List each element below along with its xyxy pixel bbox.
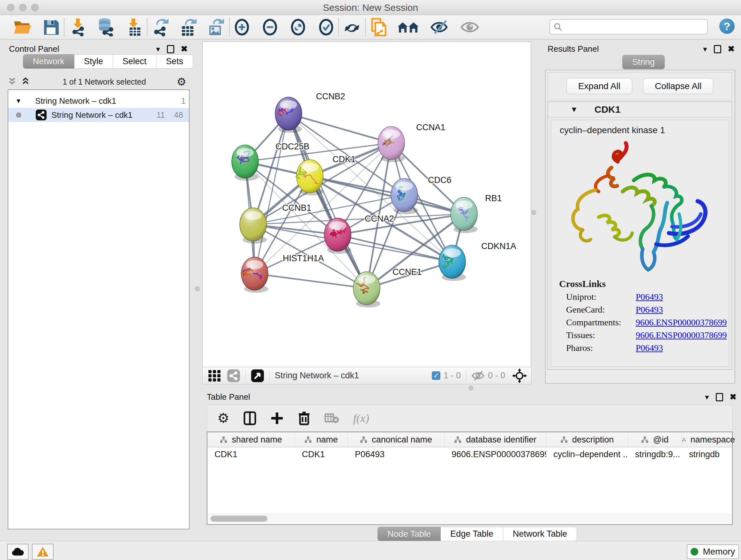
export-table-icon[interactable]	[179, 18, 197, 37]
crosslinks-list: Uniprot:P06493GeneCard:P06493Compartment…	[551, 292, 729, 353]
column-header-database-identifier[interactable]: database identifier	[445, 432, 546, 447]
crosslink-link[interactable]: P06493	[636, 305, 663, 315]
warnings-button[interactable]	[32, 544, 54, 560]
save-session-icon[interactable]	[43, 18, 59, 37]
left-splitter-handle[interactable]	[195, 287, 200, 291]
node-CDC25B[interactable]	[232, 145, 259, 181]
column-header-shared-name[interactable]: shared name	[207, 432, 295, 447]
tab-style[interactable]: Style	[74, 54, 113, 69]
zoom-selected-icon[interactable]	[319, 18, 334, 37]
network-canvas[interactable]: CCNB2CCNA1CDC25BCDK1CDC6RB1CCNB1CCNA2CDK…	[202, 42, 531, 367]
tree-expander-icon[interactable]: ▼	[15, 98, 23, 105]
import-table-from-file-icon[interactable]	[125, 18, 142, 37]
delete-column-icon[interactable]	[298, 411, 311, 426]
tab-network[interactable]: Network	[23, 54, 74, 69]
zoom-in-icon[interactable]	[234, 18, 250, 37]
network-row-selected[interactable]: String Network – cdk1 11 48	[8, 108, 189, 122]
open-file-icon[interactable]	[13, 18, 32, 37]
node-CCNB1[interactable]	[240, 208, 267, 244]
node-label-CCNA2: CCNA2	[365, 214, 394, 224]
memory-button[interactable]: Memory	[687, 544, 739, 559]
panel-menu-icon[interactable]: ▾	[703, 45, 707, 54]
node-HIST1H1A[interactable]	[241, 257, 268, 293]
grid-view-icon[interactable]	[208, 369, 222, 382]
table-options-gear-icon[interactable]: ⚙	[217, 412, 229, 425]
node-CCNE1[interactable]	[353, 272, 381, 307]
expand-all-icon[interactable]	[21, 77, 32, 86]
panel-float-icon[interactable]	[714, 45, 721, 53]
panel-close-icon[interactable]: ✖	[728, 44, 735, 54]
zoom-fit-icon[interactable]	[290, 18, 306, 37]
network-options-gear-icon[interactable]: ⚙	[177, 76, 186, 87]
collapse-all-icon[interactable]	[8, 77, 18, 86]
crosslink-link[interactable]: 9606.ENSP00000378699	[636, 317, 727, 327]
network-view-icon[interactable]	[227, 369, 240, 382]
crosslink-link[interactable]: P06493	[636, 292, 663, 302]
node-CCNA2[interactable]	[324, 218, 351, 254]
panel-float-icon[interactable]	[716, 393, 723, 401]
column-header-canonical-name[interactable]: canonical name	[348, 432, 445, 447]
crosslink-label: Uniprot:	[566, 292, 636, 302]
selected-checkbox-icon[interactable]: ✓	[432, 371, 441, 380]
node-label-CCNB1: CCNB1	[282, 203, 312, 212]
panel-float-icon[interactable]	[167, 45, 174, 53]
right-splitter-handle[interactable]	[531, 210, 536, 215]
show-columns-icon[interactable]	[244, 411, 256, 425]
import-network-from-file-icon[interactable]	[69, 18, 87, 37]
column-header-id[interactable]: @id	[628, 432, 682, 447]
node-CDC6[interactable]	[391, 179, 418, 214]
edge-CCNB2-HIST1H1A[interactable]	[255, 114, 288, 273]
crosslink-link[interactable]: P06493	[636, 343, 663, 353]
collapse-all-button[interactable]: Collapse All	[643, 78, 713, 94]
clone-network-icon[interactable]	[370, 18, 387, 37]
scrollbar-thumb[interactable]	[211, 516, 267, 522]
export-image-icon[interactable]	[207, 18, 225, 37]
crosslink-link[interactable]: 9606.ENSP00000378699	[636, 330, 727, 340]
tab-edge-table[interactable]: Edge Table	[441, 527, 503, 541]
node-CDK1[interactable]	[296, 160, 324, 195]
zoom-out-icon[interactable]	[262, 18, 278, 37]
network-collection-row[interactable]: ▼ String Network – cdk1 1	[8, 94, 189, 108]
tab-network-table[interactable]: Network Table	[503, 527, 577, 541]
panel-close-icon[interactable]: ✖	[181, 44, 188, 54]
tab-select[interactable]: Select	[113, 54, 156, 69]
detach-view-icon[interactable]	[251, 369, 264, 382]
table-row[interactable]: CDK1CDK1P064939606.ENSP00000378699cyclin…	[207, 447, 732, 461]
crosslink-label: Tissues:	[566, 330, 636, 340]
expand-all-button[interactable]: Expand All	[566, 78, 632, 94]
control-panel: Control Panel ▾ ✖ NetworkStyleSelectSets…	[4, 42, 192, 532]
hidden-eye-icon	[471, 370, 485, 381]
birds-eye-toggle-icon[interactable]	[512, 368, 527, 383]
column-label: @id	[653, 435, 668, 445]
panel-menu-icon[interactable]: ▾	[705, 393, 709, 401]
export-network-icon[interactable]	[152, 18, 170, 37]
entry-collapse-icon[interactable]: ▼	[570, 105, 578, 114]
node-CCNA1[interactable]	[378, 126, 405, 162]
apply-layout-icon[interactable]	[343, 18, 360, 37]
create-column-icon[interactable]	[270, 412, 284, 425]
edge-CCNB2-CCNA1[interactable]	[288, 114, 391, 143]
tab-sets[interactable]: Sets	[156, 54, 193, 69]
column-header-name[interactable]: name	[295, 432, 348, 447]
edge-CCNE1-HIST1H1A[interactable]	[255, 273, 367, 288]
horizontal-splitter-handle[interactable]	[468, 386, 473, 390]
panel-menu-icon[interactable]: ▾	[156, 45, 160, 54]
help-button[interactable]: ?	[719, 18, 735, 34]
protein-structure-image	[560, 137, 720, 274]
show-all-icon[interactable]	[460, 18, 479, 37]
node-CDKN1A[interactable]	[439, 245, 466, 281]
hide-selected-icon[interactable]	[430, 18, 449, 37]
home-networks-icon[interactable]	[397, 18, 419, 37]
tab-node-table[interactable]: Node Table	[378, 527, 441, 541]
panel-close-icon[interactable]: ✖	[730, 392, 737, 402]
column-header-description[interactable]: description	[546, 432, 628, 447]
import-network-from-database-icon[interactable]	[96, 18, 116, 37]
search-input[interactable]	[562, 21, 707, 33]
node-RB1[interactable]	[451, 197, 478, 233]
tab-string[interactable]: String	[622, 55, 665, 69]
table-cell: cyclin–dependent ...	[546, 449, 628, 459]
column-header-namespace[interactable]: namespace	[682, 432, 735, 447]
node-CCNB2[interactable]	[275, 97, 302, 133]
cloud-status-button[interactable]	[7, 544, 29, 560]
column-label: namespace	[690, 435, 735, 445]
